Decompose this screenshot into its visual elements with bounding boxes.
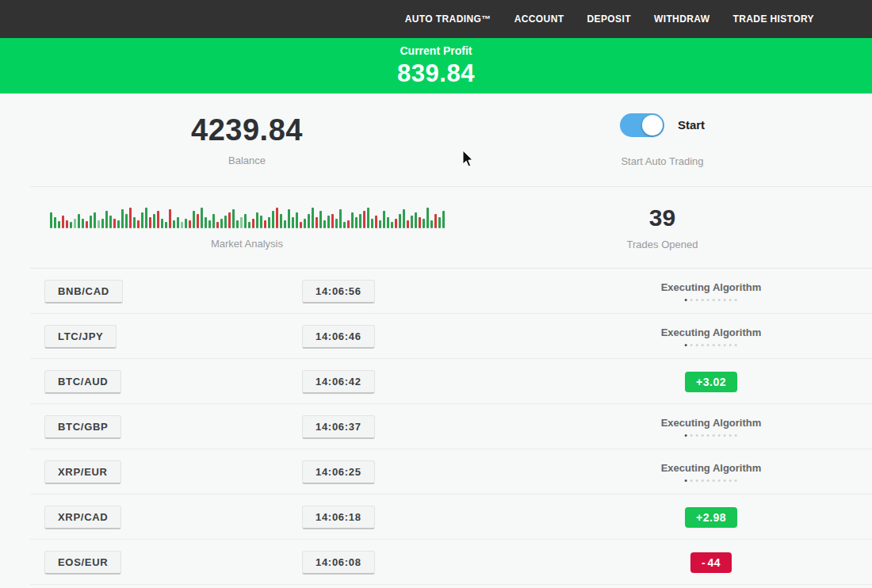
market-bar [98, 220, 100, 228]
market-bar [312, 208, 314, 228]
trade-status: Executing Algorithm [661, 462, 762, 482]
market-bar [415, 212, 417, 228]
trade-row: LTC/JPY 14:06:46 Executing Algorithm [0, 314, 872, 359]
trade-row: EOS/EUR 14:06:08 -44 [0, 540, 872, 585]
market-bar [268, 217, 270, 228]
market-bar [86, 221, 88, 228]
market-bar [201, 208, 203, 228]
progress-dot [707, 479, 709, 482]
toggle-state-label: Start [678, 118, 705, 132]
market-bar [240, 217, 243, 228]
progress-dot [702, 344, 704, 346]
market-bar [205, 217, 207, 228]
auto-trading-cell: Start Start Auto Trading [473, 113, 851, 167]
market-bar [339, 209, 342, 228]
market-bar [66, 220, 68, 228]
nav-item-trade-history[interactable]: TRADE HISTORY [732, 13, 814, 25]
pair-badge: BTC/AUD [44, 370, 121, 394]
pair-badge: XRP/CAD [44, 506, 121, 529]
market-bar [426, 208, 429, 228]
progress-dot [707, 299, 709, 301]
market-bar [220, 219, 223, 228]
market-bar [288, 209, 290, 228]
market-bar [58, 221, 60, 228]
market-bar [165, 222, 167, 228]
market-bar [403, 209, 405, 228]
market-bar [423, 219, 425, 228]
progress-dots [685, 299, 737, 301]
market-bar [379, 220, 381, 228]
market-bar [78, 214, 80, 228]
executing-algorithm-label: Executing Algorithm [661, 326, 762, 338]
progress-dot [685, 299, 687, 301]
market-bar [248, 222, 251, 228]
auto-trading-toggle[interactable] [620, 113, 664, 137]
progress-dot [702, 299, 704, 301]
trades-opened-cell: 39 Trades Opened [473, 204, 851, 250]
market-bar [145, 208, 147, 228]
progress-dot [729, 434, 732, 437]
nav-item-account[interactable]: ACCOUNT [514, 13, 564, 25]
market-bar [129, 208, 132, 228]
time-badge: 14:06:42 [302, 370, 375, 394]
market-bar [185, 219, 187, 228]
time-badge: 14:06:08 [302, 551, 375, 575]
market-bar [232, 209, 235, 228]
time-badge: 14:06:56 [302, 280, 375, 304]
nav-item-auto-trading[interactable]: AUTO TRADING™ [405, 13, 491, 25]
market-bar [228, 212, 231, 228]
trade-row: XRP/EUR 14:06:25 Executing Algorithm [0, 449, 872, 494]
progress-dot [690, 479, 693, 482]
progress-dot [713, 479, 715, 482]
market-bar [391, 222, 393, 228]
market-bar [212, 214, 215, 228]
trade-status: -44 [690, 552, 732, 573]
auto-trading-label: Start Auto Trading [621, 155, 703, 167]
progress-dot [702, 434, 704, 437]
progress-dot [696, 299, 698, 301]
market-bar [101, 219, 104, 228]
market-bar [173, 220, 175, 228]
progress-dot [718, 434, 721, 437]
market-bar [355, 217, 358, 228]
market-bar [316, 217, 318, 228]
market-bar [189, 220, 191, 228]
market-bar [387, 217, 389, 228]
trade-list: BNB/CAD 14:06:56 Executing Algorithm LTC… [0, 269, 872, 585]
progress-dot [718, 344, 721, 346]
market-bar [347, 220, 350, 228]
progress-dot [696, 344, 698, 346]
balance-cell: 4239.84 Balance [0, 113, 494, 166]
progress-dot [685, 434, 687, 437]
market-bar [109, 216, 112, 228]
trade-status: Executing Algorithm [661, 417, 762, 437]
progress-dot [735, 344, 737, 346]
market-bar [153, 214, 155, 228]
nav-item-deposit[interactable]: DEPOSIT [587, 13, 630, 25]
market-bar [284, 220, 286, 228]
trade-row: XRP/CAD 14:06:18 +2.98 [0, 494, 872, 540]
executing-algorithm-label: Executing Algorithm [661, 417, 762, 429]
market-analysis-chart [50, 206, 445, 228]
trade-status: +3.02 [685, 372, 737, 392]
market-bar [430, 220, 433, 228]
market-bar [331, 214, 334, 228]
market-bar [272, 211, 274, 228]
current-profit-label: Current Profit [400, 44, 472, 57]
market-bar [236, 220, 239, 228]
current-profit-banner: Current Profit 839.84 [0, 38, 872, 94]
profit-badge: +2.98 [685, 507, 737, 528]
market-bar [157, 211, 159, 228]
market-bar [292, 217, 294, 228]
market-bar [399, 214, 401, 228]
market-bar [319, 211, 322, 228]
progress-dot [713, 299, 715, 301]
market-bar [105, 211, 108, 228]
pair-badge: BTC/GBP [44, 415, 121, 439]
progress-dot [702, 479, 704, 482]
nav-item-withdraw[interactable]: WITHDRAW [654, 13, 710, 25]
market-section: Market Analysis 39 Trades Opened [0, 187, 872, 268]
progress-dot [729, 479, 732, 482]
market-bar [82, 219, 84, 228]
market-bar [90, 216, 92, 228]
